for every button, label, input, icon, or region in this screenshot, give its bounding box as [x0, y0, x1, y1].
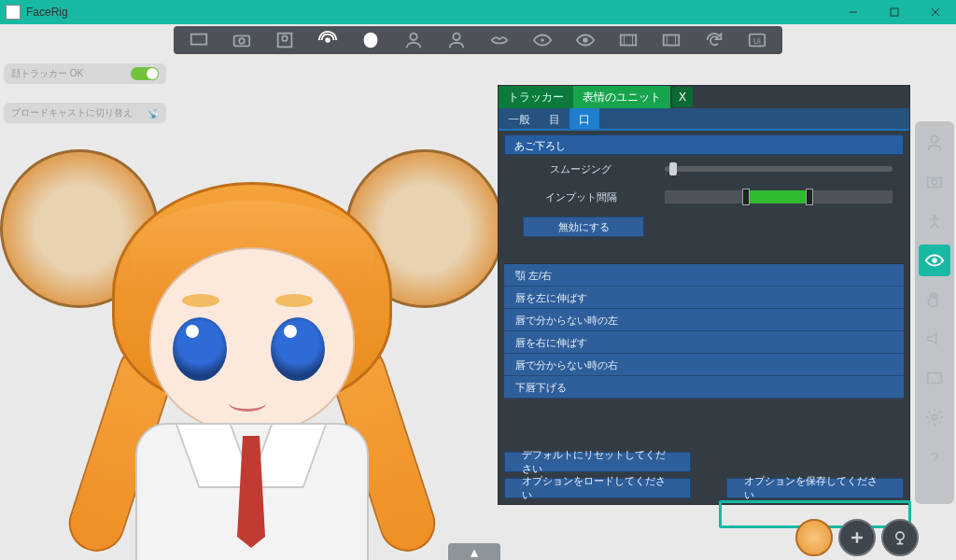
toolbar-eye-rec-icon[interactable] — [565, 26, 606, 54]
viewport: 顔トラッカー OK ブロードキャストに切り替え 📡 トラッカー 表情のユニット … — [0, 56, 956, 560]
app-title: FaceRig — [26, 6, 68, 19]
svg-point-10 — [583, 37, 588, 43]
list-item[interactable]: 唇を右に伸ばす — [504, 331, 904, 354]
list-item[interactable]: 唇で分からない時の右 — [504, 354, 904, 376]
broadcast-label: ブロードキャストに切り替え — [11, 106, 133, 119]
input-interval-range[interactable] — [665, 190, 893, 203]
window-maximize-button[interactable] — [874, 0, 915, 24]
rbar-eye-settings-icon[interactable] — [919, 245, 950, 276]
reset-defaults-button[interactable]: デフォルトにリセットしてください — [504, 452, 691, 472]
face-tracker-label: 顔トラッカー OK — [11, 67, 83, 80]
smoothing-thumb[interactable] — [669, 162, 677, 175]
list-item[interactable]: 唇で分からない時の左 — [504, 309, 904, 331]
svg-rect-20 — [928, 373, 942, 384]
expression-list: 顎 左/右 唇を左に伸ばす 唇で分からない時の左 唇を右に伸ばす 唇で分からない… — [504, 263, 904, 399]
subtab-general[interactable]: 一般 — [499, 108, 540, 129]
broadcast-icon: 📡 — [148, 108, 159, 119]
webcam-button[interactable] — [881, 519, 919, 556]
svg-point-21 — [932, 414, 937, 420]
rbar-card-icon[interactable] — [919, 362, 950, 394]
section-jaw-open[interactable]: あご下ろし — [504, 134, 904, 155]
avatar-thumb-button[interactable] — [795, 519, 833, 556]
add-button[interactable] — [838, 519, 876, 556]
rbar-camera-icon[interactable] — [919, 166, 950, 198]
svg-rect-1 — [191, 35, 207, 45]
panel-tab-units[interactable]: 表情のユニット — [573, 86, 670, 108]
svg-point-9 — [541, 38, 544, 42]
toolbar-face-icon[interactable] — [350, 26, 391, 54]
svg-text:?: ? — [931, 450, 938, 465]
svg-point-5 — [282, 35, 288, 41]
input-interval-label: インプット間隔 — [515, 190, 646, 204]
input-interval-fill — [742, 190, 806, 203]
rbar-announce-icon[interactable] — [919, 323, 950, 355]
face-tracker-toggle[interactable] — [131, 67, 159, 80]
rbar-gear-icon[interactable] — [919, 401, 950, 433]
toolbar-person2-icon[interactable] — [436, 26, 477, 54]
broadcast-chip[interactable]: ブロードキャストに切り替え 📡 — [4, 103, 166, 123]
window-minimize-button[interactable] — [833, 0, 874, 24]
avatar-preview — [37, 163, 467, 560]
input-interval-handle-b[interactable] — [806, 189, 813, 205]
list-item[interactable]: 下唇下げる — [504, 376, 904, 399]
titlebar: FaceRig — [0, 0, 956, 24]
subtab-eye[interactable]: 目 — [540, 108, 569, 129]
load-options-button[interactable]: オプションをロードしてください — [504, 478, 691, 498]
window-close-button[interactable] — [915, 0, 956, 24]
smoothing-label: スムージング — [515, 162, 646, 176]
toolbar-film2-icon[interactable] — [651, 26, 692, 54]
subtab-mouth[interactable]: 口 — [569, 108, 599, 129]
top-toolbar: Ui — [0, 24, 956, 56]
svg-rect-2 — [234, 35, 250, 46]
list-item[interactable]: 唇を左に伸ばす — [504, 287, 904, 309]
svg-point-6 — [325, 37, 330, 43]
list-item[interactable]: 顎 左/右 — [504, 264, 904, 287]
svg-rect-0 — [891, 8, 898, 16]
panel-close-button[interactable]: X — [672, 87, 693, 107]
toolbar-broadcast-icon[interactable] — [307, 26, 348, 54]
svg-text:Ui: Ui — [753, 37, 761, 46]
toolbar-person-icon[interactable] — [393, 26, 434, 54]
disable-button[interactable]: 無効にする — [523, 217, 644, 237]
toolbar-eye-icon[interactable] — [522, 26, 563, 54]
rbar-help-icon[interactable]: ? — [919, 441, 950, 472]
toolbar-refresh-icon[interactable] — [694, 26, 735, 54]
rbar-hand-icon[interactable] — [919, 284, 950, 315]
svg-rect-11 — [621, 35, 637, 46]
right-toolbar: ? — [915, 121, 954, 504]
svg-point-7 — [410, 34, 416, 40]
svg-point-19 — [932, 258, 937, 263]
svg-point-3 — [239, 38, 245, 44]
input-interval-handle-a[interactable] — [742, 189, 750, 205]
rbar-pose-icon[interactable] — [919, 205, 950, 237]
rbar-avatar-icon[interactable] — [919, 127, 950, 159]
panel-tab-tracker[interactable]: トラッカー — [499, 86, 573, 108]
svg-point-8 — [453, 34, 459, 40]
toolbar-camera-icon[interactable] — [221, 26, 262, 54]
toolbar-screen-icon[interactable] — [178, 26, 219, 54]
app-icon — [6, 5, 21, 20]
svg-point-15 — [931, 136, 937, 143]
svg-rect-12 — [664, 35, 680, 46]
toolbar-film-icon[interactable] — [608, 26, 649, 54]
expression-panel: トラッカー 表情のユニット X 一般 目 口 あご下ろし スムージング インプッ… — [499, 86, 909, 504]
svg-point-23 — [896, 532, 904, 539]
save-options-button[interactable]: オプションを保存してください — [726, 478, 904, 498]
toolbar-lips-icon[interactable] — [479, 26, 520, 54]
toolbar-portrait-icon[interactable] — [264, 26, 305, 54]
toolbar-ui-icon[interactable]: Ui — [737, 26, 778, 54]
face-tracker-chip[interactable]: 顔トラッカー OK — [4, 63, 166, 84]
smoothing-slider[interactable] — [665, 166, 893, 172]
svg-point-17 — [932, 179, 937, 185]
bottom-collapse-arrow[interactable]: ▴ — [448, 543, 500, 560]
